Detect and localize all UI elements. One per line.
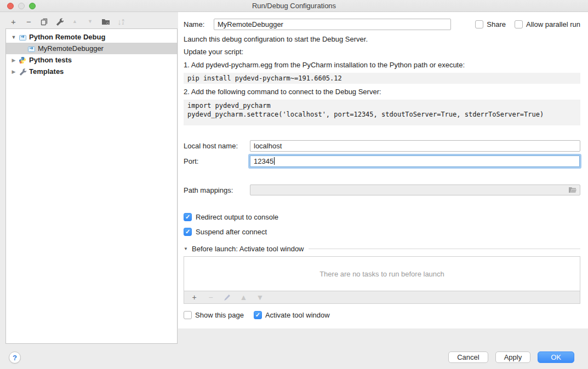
step2-text: 2. Add the following command to connect … <box>184 87 580 97</box>
activate-tool-window-label: Activate tool window <box>265 311 330 319</box>
edit-task-button[interactable] <box>222 293 232 302</box>
close-button[interactable] <box>7 3 14 9</box>
new-folder-button[interactable] <box>101 17 110 26</box>
suspend-after-connect-label: Suspend after connect <box>196 228 267 236</box>
path-mappings-input[interactable] <box>250 184 580 195</box>
port-input[interactable]: 12345 <box>250 155 580 167</box>
cancel-button[interactable]: Cancel <box>448 351 488 363</box>
pencil-icon <box>224 294 231 301</box>
tree-item-label: Python tests <box>29 56 72 64</box>
remote-debug-icon <box>18 33 27 42</box>
remove-task-button[interactable]: − <box>206 293 215 302</box>
no-tasks-text: There are no tasks to run before launch <box>319 270 444 278</box>
tree-item-myremotedebugger[interactable]: MyRemoteDebugger <box>6 43 177 54</box>
folder-plus-icon <box>101 18 110 26</box>
before-launch-label: Before launch: Activate tool window <box>192 245 304 253</box>
share-checkbox-group: Share <box>475 20 506 28</box>
before-launch-task-panel: There are no tasks to run before launch … <box>184 256 580 304</box>
show-this-page-checkbox[interactable] <box>184 311 192 319</box>
tree-item-python-remote-debug[interactable]: ▼ Python Remote Debug <box>6 31 177 43</box>
path-mappings-row: Path mappings: <box>184 184 580 195</box>
check-icon: ✓ <box>255 312 260 319</box>
check-icon: ✓ <box>185 214 190 221</box>
task-toolbar: + − ▲ ▼ <box>184 291 580 303</box>
path-mappings-label: Path mappings: <box>184 186 250 194</box>
sort-configurations-button[interactable]: ↓ az <box>116 17 125 26</box>
allow-parallel-checkbox-group: Allow parallel run <box>515 20 580 28</box>
share-checkbox[interactable] <box>475 20 483 28</box>
collapsed-arrow-icon[interactable]: ▶ <box>9 69 18 74</box>
collapsed-arrow-icon[interactable]: ▶ <box>9 57 18 63</box>
name-label: Name: <box>184 20 214 28</box>
title-bar: Run/Debug Configurations <box>0 0 588 12</box>
check-icon: ✓ <box>185 228 190 235</box>
window-title: Run/Debug Configurations <box>252 2 336 10</box>
ok-button[interactable]: OK <box>538 351 574 363</box>
port-value: 12345 <box>254 157 273 165</box>
task-move-up-button[interactable]: ▲ <box>239 293 248 302</box>
traffic-lights <box>7 3 36 9</box>
suspend-after-connect-row: ✓ Suspend after connect <box>184 228 580 236</box>
share-label: Share <box>487 20 506 28</box>
dialog-buttons: Cancel Apply OK <box>448 351 574 363</box>
redirect-output-checkbox[interactable]: ✓ <box>184 213 192 221</box>
tree-item-python-tests[interactable]: ▶ Python tests <box>6 54 177 66</box>
minimize-button[interactable] <box>18 3 25 9</box>
redirect-output-row: ✓ Redirect output to console <box>184 213 580 221</box>
name-row: Name: Share Allow parallel run <box>184 18 580 30</box>
show-this-page-label: Show this page <box>195 311 244 319</box>
tree-item-templates[interactable]: ▶ Templates <box>6 66 177 77</box>
task-move-down-button[interactable]: ▼ <box>255 293 265 302</box>
allow-parallel-run-checkbox[interactable] <box>515 20 523 28</box>
configuration-form: Name: Share Allow parallel run Launch th… <box>178 12 588 328</box>
configurations-toolbar: + − ▲ ▼ ↓ az <box>9 17 125 26</box>
step1-text: 1. Add pydevd-pycharm.egg from the PyCha… <box>184 60 580 70</box>
port-label: Port: <box>184 157 250 165</box>
help-icon: ? <box>13 354 17 362</box>
description-text: Launch this debug configuration to start… <box>184 34 580 44</box>
activate-tool-window-checkbox[interactable]: ✓ <box>254 311 262 319</box>
text-caret <box>274 157 275 165</box>
add-configuration-button[interactable]: + <box>9 17 18 26</box>
move-up-button[interactable]: ▲ <box>70 17 79 26</box>
edit-templates-button[interactable] <box>55 17 64 26</box>
port-row: Port: 12345 <box>184 155 580 167</box>
host-label: Local host name: <box>184 142 250 150</box>
pip-install-code: pip install pydevd-pycharm~=191.6605.12 <box>184 73 580 84</box>
update-script-text: Update your script: <box>184 47 580 57</box>
remote-debug-icon <box>27 44 36 53</box>
wrench-icon <box>55 18 64 26</box>
header-rule <box>309 249 580 249</box>
zoom-button[interactable] <box>29 3 36 9</box>
move-down-button[interactable]: ▼ <box>85 17 95 26</box>
tree-item-label: Templates <box>29 67 64 76</box>
add-task-button[interactable]: + <box>190 293 199 302</box>
settrace-code: import pydevd_pycharm pydevd_pycharm.set… <box>184 100 580 125</box>
sort-az-icon: az <box>122 19 124 25</box>
apply-button[interactable]: Apply <box>495 351 531 363</box>
tree-item-label: MyRemoteDebugger <box>38 44 104 53</box>
expanded-arrow-icon[interactable]: ▼ <box>184 246 192 251</box>
sort-arrow-icon: ↓ <box>117 18 122 26</box>
show-this-page-group: Show this page <box>184 311 244 319</box>
tree-item-label: Python Remote Debug <box>29 33 105 41</box>
activate-tool-window-group: ✓ Activate tool window <box>254 311 330 319</box>
host-row: Local host name: <box>184 140 580 152</box>
bottom-options-row: Show this page ✓ Activate tool window <box>184 311 580 319</box>
copy-icon <box>40 18 48 26</box>
before-launch-header[interactable]: ▼ Before launch: Activate tool window <box>184 245 580 253</box>
suspend-after-connect-checkbox[interactable]: ✓ <box>184 228 192 236</box>
redirect-output-label: Redirect output to console <box>196 213 278 221</box>
python-icon <box>18 56 27 65</box>
copy-configuration-button[interactable] <box>39 17 49 26</box>
help-button[interactable]: ? <box>9 351 21 364</box>
wrench-icon <box>18 67 27 76</box>
dialog-body: + − ▲ ▼ ↓ az <box>0 12 588 369</box>
expanded-arrow-icon[interactable]: ▼ <box>9 34 18 40</box>
name-input[interactable] <box>214 19 451 30</box>
browse-folder-icon[interactable] <box>568 186 577 195</box>
configurations-tree: ▼ Python Remote Debug MyRemoteDebugger ▶ <box>5 28 178 344</box>
remove-configuration-button[interactable]: − <box>24 17 33 26</box>
empty-task-list: There are no tasks to run before launch <box>184 257 580 291</box>
local-host-name-input[interactable] <box>250 140 580 152</box>
